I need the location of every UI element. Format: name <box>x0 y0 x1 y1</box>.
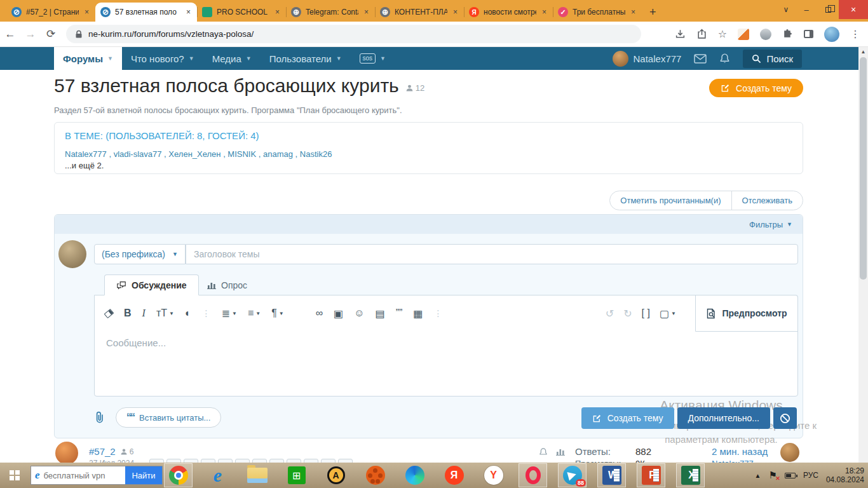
search-button[interactable]: Поиск <box>743 50 802 68</box>
link-icon[interactable]: ∞ <box>316 308 323 319</box>
browser-tab[interactable]: Яновости смотреть× <box>464 3 553 22</box>
extension-circle-icon[interactable] <box>760 29 771 40</box>
font-size-icon[interactable]: тT▼ <box>156 308 174 319</box>
word-taskbar-button[interactable]: W <box>597 463 626 487</box>
download-icon[interactable] <box>675 29 686 39</box>
user-link[interactable]: Nastik26 <box>300 149 332 159</box>
profile-avatar[interactable] <box>824 27 839 42</box>
browser-tab[interactable]: ⊘57 взлетная поло× <box>95 3 197 22</box>
telegram-taskbar-button[interactable]: 88 <box>558 463 587 487</box>
scrollbar-thumb[interactable] <box>860 57 867 280</box>
clock[interactable]: 18:29 04.08.2024 <box>826 466 864 484</box>
insert-quotes-button[interactable]: ““ Вставить цитаты... <box>116 407 221 428</box>
excel-taskbar-button[interactable]: X <box>676 463 705 487</box>
user-link[interactable]: Хелен_Хелен <box>168 149 220 159</box>
page-scrollbar[interactable]: ▲ <box>858 47 868 463</box>
file-explorer-taskbar-button[interactable] <box>243 463 271 487</box>
media-reel-taskbar-button[interactable] <box>361 463 390 487</box>
share-icon[interactable] <box>696 29 707 39</box>
bookmark-star-icon[interactable]: ☆ <box>718 28 727 40</box>
paperclip-icon[interactable] <box>94 411 105 424</box>
forward-icon[interactable]: → <box>20 28 41 41</box>
reload-icon[interactable]: ⟳ <box>41 27 61 41</box>
paragraph-icon[interactable]: ¶▼ <box>271 308 284 319</box>
address-bar[interactable]: ne-kurim.ru/forum/forums/vzletnaya-polos… <box>66 25 641 43</box>
tab-close-icon[interactable]: × <box>185 8 192 17</box>
powerpoint-taskbar-button[interactable]: P <box>637 463 665 487</box>
browser-tab[interactable]: ⊘#57_2 | Страница× <box>6 3 95 22</box>
action-center-flag-icon[interactable]: ⚑✕ <box>768 470 776 481</box>
taskbar-search[interactable]: e Найти <box>31 466 163 485</box>
quote-icon[interactable]: ”” <box>396 308 403 319</box>
smiley-icon[interactable]: ☺ <box>354 308 364 319</box>
text-color-icon[interactable]: ◐ <box>185 308 191 319</box>
tab-close-icon[interactable]: × <box>363 8 370 17</box>
user-link[interactable]: Natalex777 <box>65 149 107 159</box>
tab-poll[interactable]: Опрос <box>196 274 259 295</box>
nav-item-sos[interactable]: sos▼ <box>351 47 395 70</box>
battery-icon[interactable] <box>785 473 796 478</box>
thread-title-link[interactable]: #57_2 <box>89 446 116 457</box>
yandex-taskbar-button[interactable]: Я <box>440 463 468 487</box>
user-menu[interactable]: Natalex777 <box>613 51 682 67</box>
back-icon[interactable]: ← <box>0 28 20 41</box>
restore-button[interactable] <box>817 0 839 19</box>
prefix-select[interactable]: (Без префикса) ▼ <box>94 244 186 264</box>
minimize-button[interactable]: – <box>796 0 817 19</box>
table-icon[interactable]: ▦ <box>413 308 423 320</box>
alerts-bell-icon[interactable] <box>719 53 730 64</box>
language-indicator[interactable]: РУС <box>803 471 818 480</box>
browser-tab[interactable]: PRO SCHOOL | Ка× <box>197 3 286 22</box>
side-panel-icon[interactable] <box>804 30 813 38</box>
windows-store-taskbar-button[interactable]: ⊞ <box>282 463 311 487</box>
mark-read-button[interactable]: Отметить прочитанным(и) <box>610 191 731 210</box>
browser-tab[interactable]: ⊕КОНТЕНТ-ПЛАН П× <box>375 3 464 22</box>
create-topic-button-top[interactable]: Создать тему <box>709 79 803 97</box>
preview-button[interactable]: Предпросмотр <box>695 295 798 332</box>
tabs-menu-button[interactable]: ∨ <box>776 5 796 14</box>
browser-tab[interactable]: ⊕Telegram: Contact× <box>286 3 375 22</box>
nav-item-whats-new[interactable]: Что нового?▼ <box>122 47 203 70</box>
nav-item-media[interactable]: Медиа▼ <box>203 47 261 70</box>
nav-item-users[interactable]: Пользователи▼ <box>261 47 351 70</box>
italic-icon[interactable]: I <box>142 308 146 319</box>
new-tab-button[interactable]: + <box>649 6 656 19</box>
messages-envelope-icon[interactable] <box>694 54 707 64</box>
tab-close-icon[interactable]: × <box>541 8 548 17</box>
browser-tab[interactable]: ✓Три бесплатных у× <box>553 3 642 22</box>
user-link[interactable]: vladi-slava77 <box>114 149 162 159</box>
extensions-puzzle-icon[interactable] <box>782 29 793 39</box>
topic-title-input[interactable] <box>186 244 798 264</box>
nav-item-forums[interactable]: Форумы▼ <box>54 47 122 70</box>
more-options-button[interactable]: Дополнительно... <box>677 407 770 429</box>
tab-close-icon[interactable]: × <box>630 8 637 17</box>
create-topic-button[interactable]: Создать тему <box>581 407 674 429</box>
find-button[interactable]: Найти <box>125 466 162 484</box>
close-button[interactable]: × <box>839 0 868 19</box>
start-button[interactable] <box>0 463 29 488</box>
chrome-taskbar-button[interactable] <box>164 463 193 487</box>
user-link[interactable]: MISNIK <box>227 149 256 159</box>
taskbar-search-input[interactable] <box>44 471 125 480</box>
list-icon[interactable]: ≣▼ <box>222 308 237 320</box>
undo-icon[interactable]: ↺ <box>606 308 614 320</box>
media-gallery-icon[interactable]: ▤ <box>376 308 385 320</box>
align-icon[interactable]: ≡▼ <box>248 308 261 319</box>
redo-icon[interactable]: ↻ <box>623 308 632 320</box>
bold-icon[interactable]: B <box>124 308 132 319</box>
filters-button[interactable]: Фильтры ▼ <box>55 215 803 234</box>
edge-taskbar-button[interactable] <box>400 463 429 487</box>
tab-close-icon[interactable]: × <box>452 8 459 17</box>
image-icon[interactable]: ▣ <box>334 308 343 320</box>
no-watch-button[interactable] <box>773 407 797 429</box>
yandex-browser-taskbar-button[interactable]: Y <box>479 463 508 487</box>
user-link[interactable]: anamag <box>263 149 293 159</box>
bbcode-icon[interactable]: [ ] <box>642 308 650 319</box>
scroll-up-icon[interactable]: ▲ <box>858 49 868 55</box>
internet-explorer-taskbar-button[interactable]: e <box>203 463 232 487</box>
tab-discussion[interactable]: Обсуждение <box>104 274 199 295</box>
tray-expand-icon[interactable]: ▲ <box>755 472 761 479</box>
watch-button[interactable]: Отслеживать <box>731 191 803 210</box>
message-input[interactable] <box>95 332 797 396</box>
opera-taskbar-button[interactable] <box>519 463 547 487</box>
